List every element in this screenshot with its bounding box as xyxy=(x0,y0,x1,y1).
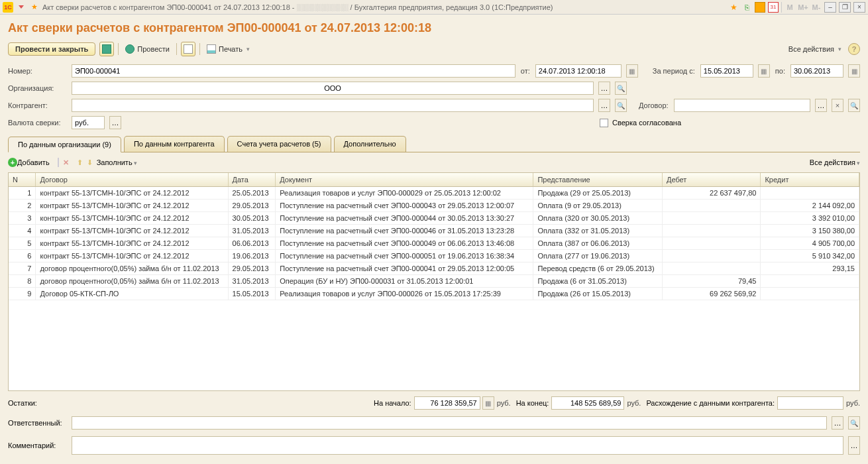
col-debit-header[interactable]: Дебет xyxy=(662,173,760,187)
responsible-search-button[interactable] xyxy=(848,416,860,430)
all-actions-dropdown[interactable]: Все действия▾ xyxy=(786,43,844,55)
move-up-button[interactable]: ⬆ xyxy=(77,158,83,167)
table-row[interactable]: 1контракт 55-13/ТСМН-10/ЭПС от 24.12.201… xyxy=(9,187,859,200)
table-row[interactable]: 5контракт 55-13/ТСМН-10/ЭПС от 24.12.201… xyxy=(9,237,859,250)
cell-date: 30.05.2013 xyxy=(228,212,276,225)
link-icon[interactable]: ⎘ xyxy=(741,2,752,13)
org-input[interactable] xyxy=(72,82,594,95)
cell-credit: 4 905 700,00 xyxy=(761,237,859,250)
tabs-bar: По данным организации (9) По данным конт… xyxy=(8,136,860,152)
cell-document: Поступление на расчетный счет ЭП00-00005… xyxy=(276,250,533,262)
col-representation-header[interactable]: Представление xyxy=(533,173,663,187)
col-date-header[interactable]: Дата xyxy=(228,173,276,187)
movements-icon-button[interactable] xyxy=(181,42,195,56)
print-button[interactable]: Печать▾ xyxy=(204,42,252,56)
help-button[interactable]: ? xyxy=(848,43,860,55)
agreed-checkbox[interactable]: Сверка согласована xyxy=(600,119,681,127)
responsible-input[interactable] xyxy=(72,416,827,430)
post-button[interactable]: Провести xyxy=(123,42,172,56)
number-input[interactable] xyxy=(72,64,515,78)
tab-accounts[interactable]: Счета учета расчетов (5) xyxy=(227,136,331,152)
chevron-down-icon: ▾ xyxy=(134,160,137,166)
period-to-calendar-button[interactable] xyxy=(848,64,860,78)
responsible-select-button[interactable] xyxy=(832,416,843,430)
agreed-label: Сверка согласована xyxy=(612,119,681,127)
delete-row-button[interactable]: ✕ xyxy=(63,158,69,167)
cell-n: 8 xyxy=(9,275,36,288)
add-row-button[interactable]: +Добавить xyxy=(8,158,50,167)
contract-select-button[interactable] xyxy=(815,99,827,112)
save-icon-button[interactable] xyxy=(99,42,114,56)
table-all-actions-dropdown[interactable]: Все действия▾ xyxy=(810,158,860,166)
currency-select-button[interactable] xyxy=(109,116,121,129)
move-down-button[interactable]: ⬇ xyxy=(87,158,93,167)
dropdown-icon[interactable] xyxy=(16,2,27,13)
period-from-label: За период с: xyxy=(653,67,695,75)
date-input[interactable] xyxy=(535,64,622,78)
comment-input[interactable] xyxy=(72,436,843,455)
tab-extra[interactable]: Дополнительно xyxy=(334,136,406,152)
chevron-down-icon: ▾ xyxy=(857,160,860,166)
memory-m-icon[interactable]: M xyxy=(785,2,795,13)
table-row[interactable]: 9Договор 05-КТК-СП-ЛО15.05.2013Реализаци… xyxy=(9,288,859,300)
period-from-calendar-button[interactable] xyxy=(758,64,770,78)
table-row[interactable]: 3контракт 55-13/ТСМН-10/ЭПС от 24.12.201… xyxy=(9,212,859,225)
table-row[interactable]: 7договор процентного(0,05%) займа б/н от… xyxy=(9,262,859,275)
period-from-input[interactable] xyxy=(700,64,753,78)
agent-search-button[interactable] xyxy=(615,99,627,112)
print-label: Печать xyxy=(219,45,243,53)
col-contract-header[interactable]: Договор xyxy=(36,173,228,187)
comment-expand-button[interactable] xyxy=(848,436,860,455)
titlebar: 1C Акт сверки расчетов с контрагентом ЭП… xyxy=(0,0,868,15)
cell-credit: 3 392 010,00 xyxy=(761,212,859,225)
memory-mminus-icon[interactable]: M- xyxy=(811,2,822,13)
contract-input[interactable] xyxy=(674,99,810,112)
calculator-icon[interactable] xyxy=(755,2,765,13)
col-credit-header[interactable]: Кредит xyxy=(761,173,859,187)
org-search-button[interactable] xyxy=(615,82,627,95)
date-calendar-button[interactable] xyxy=(626,64,638,78)
cell-representation: Оплата (277 от 19.06.2013) xyxy=(533,250,663,262)
window-close-button[interactable]: × xyxy=(853,2,865,13)
star-icon[interactable] xyxy=(728,2,739,13)
contract-search-button[interactable] xyxy=(848,99,860,112)
contract-clear-button[interactable] xyxy=(832,99,843,112)
tab-by-agent[interactable]: По данным контрагента xyxy=(124,136,225,152)
window-restore-button[interactable]: ❐ xyxy=(839,2,851,13)
calendar-icon[interactable]: 31 xyxy=(768,2,779,13)
comment-row: Комментарий: xyxy=(8,436,860,455)
table-row[interactable]: 2контракт 55-13/ТСМН-10/ЭПС от 24.12.201… xyxy=(9,200,859,212)
post-and-close-button[interactable]: Провести и закрыть xyxy=(8,42,95,56)
data-grid[interactable]: N Договор Дата Документ Представление Де… xyxy=(8,172,860,391)
tab-by-org[interactable]: По данным организации (9) xyxy=(8,137,121,152)
agent-select-button[interactable] xyxy=(598,99,610,112)
favorite-star-icon[interactable] xyxy=(29,2,40,13)
table-row[interactable]: 6контракт 55-13/ТСМН-10/ЭПС от 24.12.201… xyxy=(9,250,859,262)
begin-balance-input[interactable] xyxy=(414,396,480,410)
cell-document: Поступление на расчетный счет ЭП00-00004… xyxy=(276,212,533,225)
cell-contract: контракт 55-13/ТСМН-10/ЭПС от 24.12.2012 xyxy=(36,250,228,262)
col-n-header[interactable]: N xyxy=(9,173,36,187)
org-row: Организация: xyxy=(8,82,860,95)
begin-balance-calc-button[interactable] xyxy=(482,396,494,410)
window-minimize-button[interactable]: – xyxy=(824,2,836,13)
responsible-label: Ответственный: xyxy=(8,419,66,427)
col-document-header[interactable]: Документ xyxy=(276,173,533,187)
memory-mplus-icon[interactable]: M+ xyxy=(798,2,808,13)
currency-row: Валюта сверки: Сверка согласована xyxy=(8,116,860,129)
agent-input[interactable] xyxy=(72,99,594,112)
cell-n: 1 xyxy=(9,187,36,200)
all-actions-label: Все действия xyxy=(788,45,834,53)
end-balance-input[interactable] xyxy=(551,396,624,410)
cell-representation: Оплата (332 от 31.05.2013) xyxy=(533,225,663,237)
diff-input[interactable] xyxy=(777,396,843,410)
org-select-button[interactable] xyxy=(598,82,610,95)
cell-contract: контракт 55-13/ТСМН-10/ЭПС от 24.12.2012 xyxy=(36,200,228,212)
table-row[interactable]: 4контракт 55-13/ТСМН-10/ЭПС от 24.12.201… xyxy=(9,225,859,237)
fill-dropdown[interactable]: Заполнить▾ xyxy=(97,158,137,166)
currency-input[interactable] xyxy=(72,116,105,129)
period-to-input[interactable] xyxy=(790,64,843,78)
copy-row-button[interactable] xyxy=(58,158,59,166)
cell-date: 31.05.2013 xyxy=(228,275,276,288)
table-row[interactable]: 8договор процентного(0,05%) займа б/н от… xyxy=(9,275,859,288)
